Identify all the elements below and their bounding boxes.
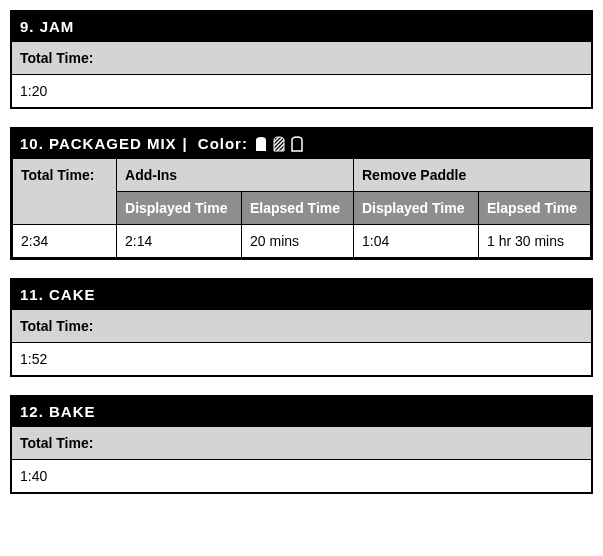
packaged-mix-table: Total Time: Add-Ins Remove Paddle Displa… (12, 158, 591, 258)
bread-outline-icon (290, 136, 304, 152)
total-time-label: Total Time: (12, 41, 591, 74)
remove-displayed-header: Displayed Time (354, 192, 479, 225)
bread-solid-icon (254, 136, 268, 152)
addins-displayed-header: Displayed Time (117, 192, 242, 225)
separator: | (183, 135, 188, 152)
section-bake: 12. BAKE Total Time: 1:40 (10, 395, 593, 494)
color-icons-group (254, 136, 304, 152)
total-time-value: 1:52 (12, 342, 591, 375)
addins-displayed-cell: 2:14 (117, 225, 242, 258)
section-packaged-mix-header: 10. PACKAGED MIX | Color: (12, 129, 591, 158)
addins-elapsed-header: Elapsed Time (242, 192, 354, 225)
section-packaged-mix: 10. PACKAGED MIX | Color: Total Time: Ad… (10, 127, 593, 260)
total-time-label: Total Time: (12, 426, 591, 459)
section-cake: 11. CAKE Total Time: 1:52 (10, 278, 593, 377)
total-time-cell: 2:34 (13, 225, 117, 258)
total-time-header: Total Time: (13, 159, 117, 225)
section-cake-title: 11. CAKE (12, 280, 591, 309)
remove-displayed-cell: 1:04 (354, 225, 479, 258)
addins-header: Add-Ins (117, 159, 354, 192)
addins-elapsed-cell: 20 mins (242, 225, 354, 258)
color-label: Color: (198, 135, 248, 152)
total-time-label: Total Time: (12, 309, 591, 342)
section-jam: 9. JAM Total Time: 1:20 (10, 10, 593, 109)
remove-paddle-header: Remove Paddle (354, 159, 591, 192)
remove-elapsed-cell: 1 hr 30 mins (478, 225, 590, 258)
bread-striped-icon (272, 136, 286, 152)
section-jam-title: 9. JAM (12, 12, 591, 41)
section-bake-title: 12. BAKE (12, 397, 591, 426)
total-time-value: 1:20 (12, 74, 591, 107)
remove-elapsed-header: Elapsed Time (478, 192, 590, 225)
total-time-value: 1:40 (12, 459, 591, 492)
section-packaged-mix-title: 10. PACKAGED MIX (20, 135, 177, 152)
